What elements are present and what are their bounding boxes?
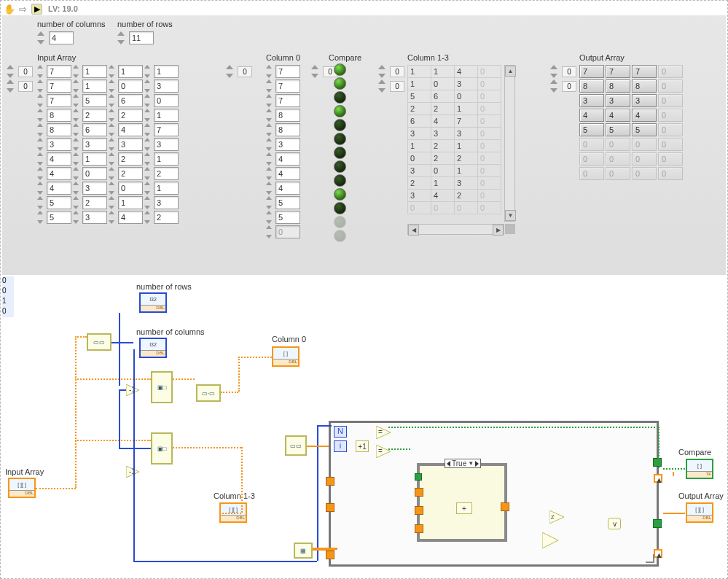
table-cell[interactable]: 0 [431,78,455,90]
cell-spinner[interactable] [73,152,81,166]
table-cell[interactable]: 3 [455,128,478,140]
array-cell[interactable]: 0 [154,94,179,107]
const-one[interactable]: 1 [2,297,14,307]
array-cell[interactable]: 2 [82,196,107,209]
cell-spinner[interactable] [144,152,152,166]
array-cell[interactable]: 4 [47,167,71,180]
table-cell[interactable]: 6 [408,115,431,128]
cell-spinner[interactable] [109,152,117,166]
array-cell[interactable]: 5 [275,196,300,209]
array-cell[interactable]: 4 [47,182,71,195]
cell-spinner[interactable] [109,79,117,93]
cell-spinner[interactable] [109,65,117,78]
array-cell[interactable]: 1 [154,65,179,78]
array-cell[interactable]: 5 [275,211,300,224]
increment-node[interactable]: +1 [356,440,369,452]
cell-spinner[interactable] [37,94,45,107]
cell-spinner[interactable] [37,123,45,136]
table-cell[interactable]: 1 [431,66,455,78]
decrement-node-2[interactable]: -1 [126,466,139,478]
numrows-field[interactable]: 11 [129,31,154,44]
add-node[interactable]: + [456,502,472,514]
array-cell[interactable]: 3 [82,211,107,224]
cell-spinner[interactable] [37,65,45,78]
not-equal-node[interactable]: ≠ [549,510,564,524]
input-col-idx[interactable]: 0 [18,81,33,92]
array-cell[interactable]: 2 [82,109,107,122]
col13-col-idx-spinner[interactable] [378,79,388,93]
cell-spinner[interactable] [37,196,45,209]
table-cell[interactable]: 2 [408,103,431,115]
array-cell[interactable]: 4 [47,152,71,166]
cell-spinner[interactable] [37,182,45,195]
output-row-idx[interactable]: 0 [562,66,576,77]
case-selector[interactable]: True ▼ [445,459,481,468]
table-cell[interactable]: 0 [478,152,501,165]
build-array-node[interactable]: ▦ [294,543,313,559]
table-cell[interactable]: 1 [408,140,431,152]
array-cell[interactable]: 7 [154,123,179,136]
scroll-down-icon[interactable]: ▼ [505,210,516,221]
table-cell[interactable]: 2 [431,152,455,165]
bd-compare-terminal[interactable]: [ ]TF [686,459,713,479]
decrement-node-1[interactable]: -1 [126,384,139,396]
table-cell[interactable]: 1 [431,177,455,190]
table-cell[interactable]: 2 [455,152,478,165]
cell-spinner[interactable] [37,109,45,122]
cell-spinner[interactable] [266,109,274,122]
array-cell[interactable]: 3 [82,182,107,195]
const-zero-3[interactable]: 0 [2,307,14,317]
cell-spinner[interactable] [109,167,117,180]
cell-spinner[interactable] [266,123,274,136]
table-cell[interactable]: 2 [408,177,431,190]
case-next-icon[interactable] [475,461,479,467]
arrow-icon[interactable]: ⇨ [17,4,28,15]
cell-spinner[interactable] [266,65,274,78]
cell-spinner[interactable] [73,109,81,122]
array-cell[interactable]: 7 [275,94,300,107]
array-cell[interactable]: 4 [275,167,300,180]
table-cell[interactable]: 0 [478,115,501,128]
array-cell[interactable]: 1 [82,79,107,93]
table-cell[interactable]: 0 [431,202,455,214]
cell-spinner[interactable] [266,196,274,209]
array-cell[interactable]: 0 [82,167,107,180]
table-cell[interactable]: 3 [431,128,455,140]
for-loop[interactable]: N i +1 = = ≠ ∨ True ▼ + [329,421,659,567]
cell-spinner[interactable] [73,182,81,195]
table-cell[interactable]: 0 [478,78,501,90]
array-cell[interactable]: 7 [275,79,300,93]
cell-spinner[interactable] [37,152,45,166]
table-cell[interactable]: 3 [408,165,431,177]
array-cell[interactable]: 2 [154,167,179,180]
cell-spinner[interactable] [73,196,81,209]
loop-resize-icon[interactable] [646,554,654,563]
run-icon[interactable]: ▶ [31,4,42,15]
cell-spinner[interactable] [109,196,117,209]
cell-spinner[interactable] [144,138,152,151]
cell-spinner[interactable] [109,211,117,224]
cell-spinner[interactable] [37,138,45,151]
cell-spinner[interactable] [37,211,45,224]
loop-n-terminal[interactable]: N [334,426,347,438]
scroll-left-icon[interactable]: ◀ [408,225,419,236]
cell-spinner[interactable] [109,109,117,122]
table-cell[interactable]: 0 [408,202,431,214]
output-col-idx-spinner[interactable] [550,79,560,93]
numcols-field[interactable]: 4 [49,31,74,44]
scroll-right-icon[interactable]: ▶ [493,225,504,236]
or-node[interactable]: ∨ [608,518,621,529]
table-cell[interactable]: 1 [455,103,478,115]
case-structure[interactable]: True ▼ + [417,463,507,542]
table-cell[interactable]: 0 [478,128,501,140]
table-cell[interactable]: 3 [455,177,478,190]
grab-tool-icon[interactable]: ✋ [4,4,15,15]
table-cell[interactable]: 0 [455,202,478,214]
table-cell[interactable]: 0 [478,177,501,190]
cell-spinner[interactable] [266,167,274,180]
col13-col-idx[interactable]: 0 [390,81,404,92]
array-cell[interactable]: 3 [154,79,179,93]
index-array-node-2[interactable]: ▣□ [151,432,173,465]
array-cell[interactable]: 8 [275,109,300,122]
cell-spinner[interactable] [144,123,152,136]
